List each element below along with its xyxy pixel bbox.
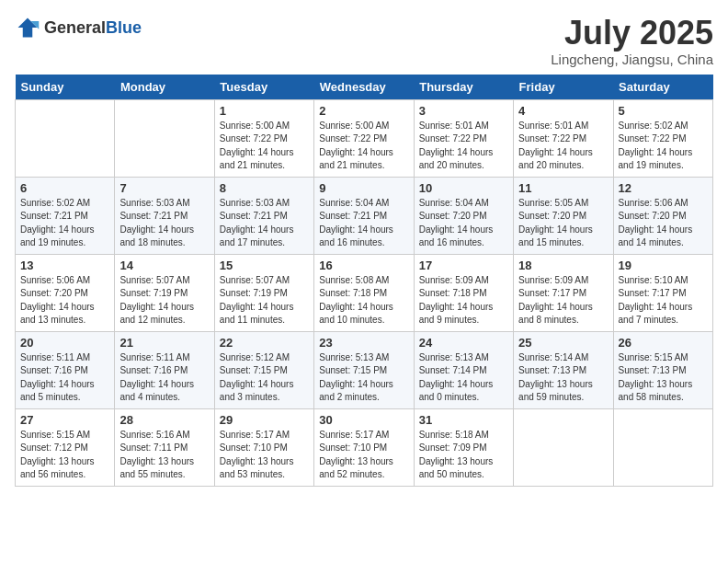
calendar-cell: 26Sunrise: 5:15 AM Sunset: 7:13 PM Dayli… bbox=[613, 331, 712, 408]
calendar-cell: 13Sunrise: 5:06 AM Sunset: 7:20 PM Dayli… bbox=[16, 254, 115, 331]
day-info: Sunrise: 5:01 AM Sunset: 7:22 PM Dayligh… bbox=[518, 120, 608, 173]
day-number: 18 bbox=[518, 259, 608, 272]
calendar-cell: 11Sunrise: 5:05 AM Sunset: 7:20 PM Dayli… bbox=[514, 177, 613, 254]
location: Lingcheng, Jiangsu, China bbox=[551, 52, 713, 67]
day-number: 20 bbox=[20, 336, 109, 350]
day-info: Sunrise: 5:15 AM Sunset: 7:13 PM Dayligh… bbox=[619, 351, 708, 405]
day-info: Sunrise: 5:06 AM Sunset: 7:20 PM Dayligh… bbox=[20, 274, 109, 327]
day-info: Sunrise: 5:13 AM Sunset: 7:14 PM Dayligh… bbox=[419, 351, 508, 405]
day-info: Sunrise: 5:04 AM Sunset: 7:20 PM Dayligh… bbox=[419, 197, 508, 250]
calendar-cell: 6Sunrise: 5:02 AM Sunset: 7:21 PM Daylig… bbox=[16, 177, 115, 254]
day-info: Sunrise: 5:11 AM Sunset: 7:16 PM Dayligh… bbox=[119, 351, 209, 405]
day-info: Sunrise: 5:02 AM Sunset: 7:22 PM Dayligh… bbox=[619, 120, 708, 173]
day-info: Sunrise: 5:05 AM Sunset: 7:20 PM Dayligh… bbox=[518, 197, 608, 250]
day-number: 12 bbox=[619, 181, 708, 195]
day-info: Sunrise: 5:07 AM Sunset: 7:19 PM Dayligh… bbox=[220, 274, 309, 327]
day-number: 13 bbox=[20, 259, 109, 272]
day-info: Sunrise: 5:00 AM Sunset: 7:22 PM Dayligh… bbox=[319, 120, 408, 173]
day-number: 2 bbox=[319, 104, 408, 118]
logo-icon bbox=[15, 15, 40, 40]
day-number: 19 bbox=[619, 259, 708, 272]
day-number: 10 bbox=[419, 181, 508, 195]
calendar-cell: 30Sunrise: 5:17 AM Sunset: 7:10 PM Dayli… bbox=[314, 408, 414, 486]
day-number: 4 bbox=[518, 104, 608, 118]
calendar-cell: 27Sunrise: 5:15 AM Sunset: 7:12 PM Dayli… bbox=[16, 408, 115, 486]
calendar-table: SundayMondayTuesdayWednesdayThursdayFrid… bbox=[15, 75, 713, 487]
header-day-tuesday: Tuesday bbox=[214, 75, 313, 100]
day-number: 1 bbox=[220, 104, 309, 118]
day-number: 11 bbox=[518, 181, 608, 195]
title-block: July 2025 Lingcheng, Jiangsu, China bbox=[551, 15, 713, 67]
calendar-cell bbox=[514, 408, 613, 486]
day-number: 28 bbox=[119, 413, 209, 427]
calendar-header: SundayMondayTuesdayWednesdayThursdayFrid… bbox=[16, 75, 713, 100]
day-info: Sunrise: 5:04 AM Sunset: 7:21 PM Dayligh… bbox=[319, 197, 408, 250]
calendar-cell: 5Sunrise: 5:02 AM Sunset: 7:22 PM Daylig… bbox=[613, 99, 712, 177]
calendar-body: 1Sunrise: 5:00 AM Sunset: 7:22 PM Daylig… bbox=[16, 99, 713, 486]
day-number: 24 bbox=[419, 336, 508, 350]
week-row-1: 1Sunrise: 5:00 AM Sunset: 7:22 PM Daylig… bbox=[16, 99, 713, 177]
header-day-monday: Monday bbox=[115, 75, 214, 100]
day-info: Sunrise: 5:09 AM Sunset: 7:17 PM Dayligh… bbox=[518, 274, 608, 327]
day-info: Sunrise: 5:06 AM Sunset: 7:20 PM Dayligh… bbox=[619, 197, 708, 250]
day-number: 22 bbox=[220, 336, 309, 350]
calendar-cell bbox=[16, 99, 115, 177]
day-number: 27 bbox=[20, 413, 109, 427]
week-row-3: 13Sunrise: 5:06 AM Sunset: 7:20 PM Dayli… bbox=[16, 254, 713, 331]
calendar-cell: 12Sunrise: 5:06 AM Sunset: 7:20 PM Dayli… bbox=[613, 177, 712, 254]
calendar-cell: 22Sunrise: 5:12 AM Sunset: 7:15 PM Dayli… bbox=[214, 331, 313, 408]
calendar-cell: 28Sunrise: 5:16 AM Sunset: 7:11 PM Dayli… bbox=[115, 408, 214, 486]
calendar-cell: 23Sunrise: 5:13 AM Sunset: 7:15 PM Dayli… bbox=[314, 331, 414, 408]
day-info: Sunrise: 5:07 AM Sunset: 7:19 PM Dayligh… bbox=[119, 274, 209, 327]
day-info: Sunrise: 5:10 AM Sunset: 7:17 PM Dayligh… bbox=[619, 274, 708, 327]
calendar-cell: 18Sunrise: 5:09 AM Sunset: 7:17 PM Dayli… bbox=[514, 254, 613, 331]
day-number: 25 bbox=[518, 336, 608, 350]
calendar-cell: 16Sunrise: 5:08 AM Sunset: 7:18 PM Dayli… bbox=[314, 254, 414, 331]
header-day-saturday: Saturday bbox=[613, 75, 712, 100]
calendar-cell: 8Sunrise: 5:03 AM Sunset: 7:21 PM Daylig… bbox=[214, 177, 313, 254]
day-number: 17 bbox=[419, 259, 508, 272]
calendar-cell: 3Sunrise: 5:01 AM Sunset: 7:22 PM Daylig… bbox=[414, 99, 513, 177]
day-info: Sunrise: 5:00 AM Sunset: 7:22 PM Dayligh… bbox=[220, 120, 309, 173]
svg-marker-0 bbox=[18, 18, 38, 38]
day-info: Sunrise: 5:13 AM Sunset: 7:15 PM Dayligh… bbox=[319, 351, 408, 405]
calendar-cell: 20Sunrise: 5:11 AM Sunset: 7:16 PM Dayli… bbox=[16, 331, 115, 408]
day-number: 16 bbox=[319, 259, 408, 272]
calendar-cell: 17Sunrise: 5:09 AM Sunset: 7:18 PM Dayli… bbox=[414, 254, 513, 331]
calendar-cell: 2Sunrise: 5:00 AM Sunset: 7:22 PM Daylig… bbox=[314, 99, 414, 177]
month-title: July 2025 bbox=[551, 15, 713, 52]
day-info: Sunrise: 5:01 AM Sunset: 7:22 PM Dayligh… bbox=[419, 120, 508, 173]
day-number: 26 bbox=[619, 336, 708, 350]
day-number: 8 bbox=[220, 181, 309, 195]
calendar-cell: 1Sunrise: 5:00 AM Sunset: 7:22 PM Daylig… bbox=[214, 99, 313, 177]
day-number: 9 bbox=[319, 181, 408, 195]
day-number: 31 bbox=[419, 413, 508, 427]
day-info: Sunrise: 5:15 AM Sunset: 7:12 PM Dayligh… bbox=[20, 429, 109, 482]
calendar-cell: 7Sunrise: 5:03 AM Sunset: 7:21 PM Daylig… bbox=[115, 177, 214, 254]
page-header: GeneralBlue July 2025 Lingcheng, Jiangsu… bbox=[15, 15, 713, 67]
week-row-2: 6Sunrise: 5:02 AM Sunset: 7:21 PM Daylig… bbox=[16, 177, 713, 254]
calendar-cell: 4Sunrise: 5:01 AM Sunset: 7:22 PM Daylig… bbox=[514, 99, 613, 177]
header-day-sunday: Sunday bbox=[16, 75, 115, 100]
day-number: 3 bbox=[419, 104, 508, 118]
day-info: Sunrise: 5:18 AM Sunset: 7:09 PM Dayligh… bbox=[419, 429, 508, 482]
day-info: Sunrise: 5:17 AM Sunset: 7:10 PM Dayligh… bbox=[319, 429, 408, 482]
day-number: 7 bbox=[119, 181, 209, 195]
calendar-cell: 31Sunrise: 5:18 AM Sunset: 7:09 PM Dayli… bbox=[414, 408, 513, 486]
day-info: Sunrise: 5:03 AM Sunset: 7:21 PM Dayligh… bbox=[119, 197, 209, 250]
calendar-cell: 9Sunrise: 5:04 AM Sunset: 7:21 PM Daylig… bbox=[314, 177, 414, 254]
day-number: 15 bbox=[220, 259, 309, 272]
header-day-thursday: Thursday bbox=[414, 75, 513, 100]
header-day-wednesday: Wednesday bbox=[314, 75, 414, 100]
day-info: Sunrise: 5:08 AM Sunset: 7:18 PM Dayligh… bbox=[319, 274, 408, 327]
day-info: Sunrise: 5:12 AM Sunset: 7:15 PM Dayligh… bbox=[220, 351, 309, 405]
week-row-4: 20Sunrise: 5:11 AM Sunset: 7:16 PM Dayli… bbox=[16, 331, 713, 408]
day-number: 29 bbox=[220, 413, 309, 427]
day-info: Sunrise: 5:11 AM Sunset: 7:16 PM Dayligh… bbox=[20, 351, 109, 405]
day-number: 6 bbox=[20, 181, 109, 195]
calendar-cell: 10Sunrise: 5:04 AM Sunset: 7:20 PM Dayli… bbox=[414, 177, 513, 254]
calendar-cell: 19Sunrise: 5:10 AM Sunset: 7:17 PM Dayli… bbox=[613, 254, 712, 331]
day-number: 23 bbox=[319, 336, 408, 350]
calendar-cell bbox=[115, 99, 214, 177]
day-number: 5 bbox=[619, 104, 708, 118]
